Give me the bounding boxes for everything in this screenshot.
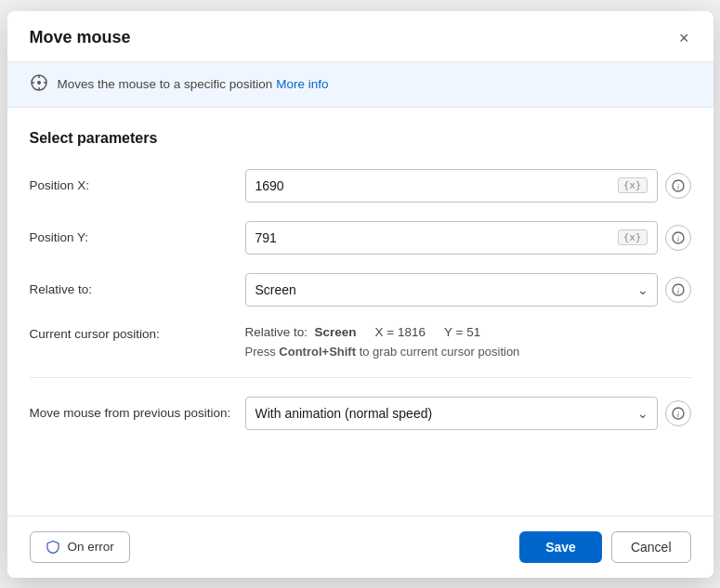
dialog-body: Select parameters Position X: {x} i Posi…	[7, 108, 713, 516]
cancel-button[interactable]: Cancel	[611, 531, 691, 563]
cursor-position-label: Current cursor position:	[30, 325, 234, 341]
position-x-info-button[interactable]: i	[665, 173, 691, 199]
on-error-label: On error	[68, 540, 114, 554]
position-y-input-group: {x} i	[245, 221, 691, 255]
position-x-input[interactable]	[255, 178, 618, 193]
on-error-button[interactable]: On error	[30, 531, 130, 563]
dialog-title: Move mouse	[30, 28, 131, 47]
position-y-input-box: {x}	[245, 221, 658, 255]
position-y-clear[interactable]: {x}	[618, 229, 648, 245]
position-y-info-button[interactable]: i	[665, 225, 691, 251]
move-animation-label: Move mouse from previous position:	[30, 406, 234, 420]
position-x-label: Position X:	[30, 178, 234, 192]
svg-text:i: i	[676, 410, 679, 419]
cursor-relative-label: Relative to: Screen	[245, 325, 357, 339]
cursor-x-value: X = 1816	[375, 325, 425, 339]
move-animation-row: Move mouse from previous position: With …	[30, 397, 691, 430]
cursor-position-row: Current cursor position: Relative to: Sc…	[30, 325, 691, 359]
move-animation-info-button[interactable]: i	[665, 400, 691, 426]
shield-icon	[46, 540, 60, 555]
svg-text:i: i	[676, 286, 679, 295]
move-animation-select[interactable]: With animation (normal speed) Without an…	[245, 397, 658, 430]
move-animation-select-wrapper: With animation (normal speed) Without an…	[245, 397, 658, 430]
move-animation-input-group: With animation (normal speed) Without an…	[245, 397, 691, 430]
svg-point-1	[37, 81, 41, 85]
position-y-label: Position Y:	[30, 230, 234, 244]
position-y-input[interactable]	[255, 230, 618, 245]
cursor-position-values: Relative to: Screen X = 1816 Y = 51	[245, 325, 691, 339]
relative-to-input-group: Screen Window Element ⌄ i	[245, 273, 691, 307]
divider	[30, 377, 691, 378]
position-x-input-group: {x} i	[245, 169, 691, 203]
position-y-row: Position Y: {x} i	[30, 221, 691, 255]
info-banner-text: Moves the mouse to a specific position M…	[58, 77, 329, 91]
dialog-header: Move mouse ×	[7, 11, 713, 62]
dialog-footer: On error Save Cancel	[7, 516, 713, 578]
position-x-clear[interactable]: {x}	[618, 177, 648, 193]
cursor-hint-text: Press Control+Shift to grab current curs…	[245, 345, 691, 359]
relative-to-label: Relative to:	[30, 282, 234, 296]
relative-to-select-wrapper: Screen Window Element ⌄	[245, 273, 658, 307]
position-x-input-box: {x}	[245, 169, 658, 203]
svg-text:i: i	[676, 234, 679, 243]
save-button[interactable]: Save	[519, 531, 602, 563]
cursor-y-value: Y = 51	[444, 325, 480, 339]
relative-to-row: Relative to: Screen Window Element ⌄ i	[30, 273, 691, 307]
svg-text:i: i	[676, 182, 679, 191]
cursor-icon	[30, 73, 48, 96]
position-x-row: Position X: {x} i	[30, 169, 691, 203]
info-banner: Moves the mouse to a specific position M…	[7, 62, 713, 108]
close-button[interactable]: ×	[674, 28, 695, 48]
relative-to-select[interactable]: Screen Window Element	[245, 273, 658, 307]
section-title: Select parameters	[30, 130, 691, 147]
relative-to-info-button[interactable]: i	[665, 277, 691, 303]
cursor-position-content: Relative to: Screen X = 1816 Y = 51 Pres…	[245, 325, 691, 359]
footer-right-buttons: Save Cancel	[519, 531, 690, 563]
more-info-link[interactable]: More info	[276, 77, 328, 91]
move-mouse-dialog: Move mouse × Moves the mouse to a specif…	[7, 11, 713, 578]
